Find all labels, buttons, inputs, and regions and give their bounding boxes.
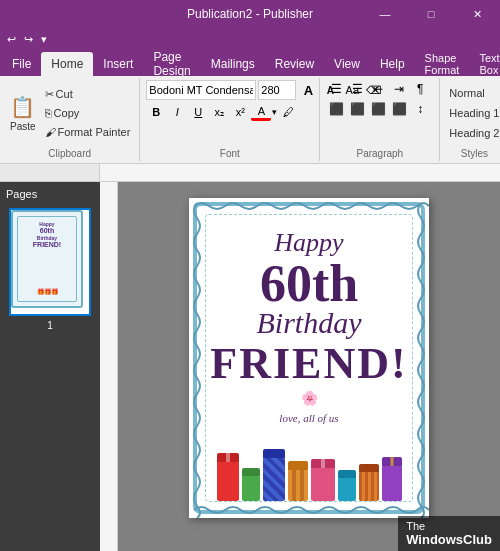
decrease-indent-button[interactable]: ⇤ bbox=[368, 80, 388, 98]
underline-button[interactable]: U bbox=[188, 103, 208, 121]
font-name-input[interactable] bbox=[146, 80, 256, 100]
pilcrow-button[interactable]: ¶ bbox=[410, 80, 430, 98]
paragraph-content: ☰ ☰ ⇤ ⇥ ¶ ⬛ ⬛ ⬛ ⬛ ↕ bbox=[326, 80, 433, 146]
superscript-button[interactable]: x² bbox=[230, 103, 250, 121]
card-friend-text: FRIEND! bbox=[210, 342, 407, 386]
tab-view[interactable]: View bbox=[324, 52, 370, 76]
gift-2 bbox=[242, 475, 260, 501]
close-button[interactable]: ✕ bbox=[454, 0, 500, 28]
list-buttons-row: ☰ ☰ ⇤ ⇥ ¶ bbox=[326, 80, 430, 98]
paste-button[interactable]: 📋 Paste bbox=[6, 85, 40, 141]
app-title: Publication2 - Publisher bbox=[187, 7, 313, 21]
gift-7 bbox=[359, 471, 379, 501]
tab-file[interactable]: File bbox=[2, 52, 41, 76]
font-grow-button[interactable]: A bbox=[298, 81, 318, 99]
gift-6-lid bbox=[338, 470, 356, 478]
copy-label: Copy bbox=[54, 107, 80, 119]
align-center-button[interactable]: ⬛ bbox=[347, 100, 367, 118]
style-heading2[interactable]: Heading 2 bbox=[446, 124, 500, 142]
gift-6 bbox=[338, 477, 356, 501]
canvas-area[interactable]: Happy 60th Birthday FRIEND! 🌸 love, all … bbox=[118, 182, 500, 551]
tab-insert[interactable]: Insert bbox=[93, 52, 143, 76]
font-color-button[interactable]: A bbox=[251, 103, 271, 121]
watermark-line1: The bbox=[406, 520, 492, 532]
copy-icon: ⎘ bbox=[45, 107, 52, 119]
thumb-inner: Happy 60th Birthday FRIEND! 🎁🎁🎁 bbox=[17, 216, 77, 302]
numbering-button[interactable]: ☰ bbox=[347, 80, 367, 98]
paragraph-group: ☰ ☰ ⇤ ⇥ ¶ ⬛ ⬛ ⬛ ⬛ ↕ Paragraph bbox=[320, 78, 440, 161]
gift-7-lid bbox=[359, 464, 379, 472]
pages-panel: Pages Happy 60th Birthday FRIEND! 🎁🎁🎁 1 bbox=[0, 182, 100, 551]
tab-home[interactable]: Home bbox=[41, 52, 93, 76]
card-love-text: love, all of us bbox=[279, 412, 338, 424]
align-right-button[interactable]: ⬛ bbox=[368, 100, 388, 118]
undo-button[interactable]: ↩ bbox=[4, 30, 19, 48]
copy-button[interactable]: ⎘ Copy bbox=[42, 104, 134, 122]
tab-mailings[interactable]: Mailings bbox=[201, 52, 265, 76]
italic-button[interactable]: I bbox=[167, 103, 187, 121]
styles-list: Normal Heading 1 Heading 2 bbox=[446, 84, 500, 142]
tab-page-design[interactable]: Page Design bbox=[143, 52, 200, 76]
ruler-corner bbox=[0, 164, 100, 182]
style-heading1[interactable]: Heading 1 bbox=[446, 104, 500, 122]
gift-8-ribbon bbox=[390, 457, 393, 466]
horizontal-ruler bbox=[100, 164, 500, 182]
page-thumbnail-1[interactable]: Happy 60th Birthday FRIEND! 🎁🎁🎁 bbox=[9, 208, 91, 316]
main-area: Pages Happy 60th Birthday FRIEND! 🎁🎁🎁 1 bbox=[0, 182, 500, 551]
watermark: The WindowsClub bbox=[398, 516, 500, 551]
card-page: Happy 60th Birthday FRIEND! 🌸 love, all … bbox=[189, 198, 429, 518]
align-buttons-row: ⬛ ⬛ ⬛ ⬛ ↕ bbox=[326, 100, 430, 118]
tab-text-box[interactable]: Text Box bbox=[469, 52, 500, 76]
increase-indent-button[interactable]: ⇥ bbox=[389, 80, 409, 98]
format-buttons-row: B I U x₂ x² A ▾ 🖊 bbox=[146, 103, 298, 121]
card-text-area: Happy 60th Birthday FRIEND! 🌸 love, all … bbox=[206, 215, 412, 437]
thumb-card: Happy 60th Birthday FRIEND! 🎁🎁🎁 bbox=[11, 210, 83, 308]
clipboard-content: 📋 Paste ✂ Cut ⎘ Copy 🖌 Format Painter bbox=[6, 80, 133, 146]
align-left-button[interactable]: ⬛ bbox=[326, 100, 346, 118]
highlight-button[interactable]: 🖊 bbox=[278, 103, 298, 121]
card-birthday-text: Birthday bbox=[257, 306, 362, 340]
qa-more-button[interactable]: ▾ bbox=[38, 30, 50, 48]
justify-button[interactable]: ⬛ bbox=[389, 100, 409, 118]
format-painter-button[interactable]: 🖌 Format Painter bbox=[42, 123, 134, 141]
card-60th-text: 60th bbox=[260, 258, 358, 310]
tab-review[interactable]: Review bbox=[265, 52, 324, 76]
line-spacing-button[interactable]: ↕ bbox=[410, 100, 430, 118]
styles-content: Normal Heading 1 Heading 2 bbox=[446, 80, 500, 146]
thumb-gifts-row: 🎁🎁🎁 bbox=[37, 288, 58, 295]
gift-5-ribbon bbox=[321, 459, 325, 468]
styles-label: Styles bbox=[446, 146, 500, 159]
gift-3 bbox=[263, 457, 285, 501]
ruler-row bbox=[0, 164, 500, 182]
gift-1-ribbon bbox=[226, 453, 230, 462]
ribbon: 📋 Paste ✂ Cut ⎘ Copy 🖌 Format Painter Cl… bbox=[0, 76, 500, 164]
paragraph-label: Paragraph bbox=[326, 146, 433, 159]
bold-button[interactable]: B bbox=[146, 103, 166, 121]
style-normal[interactable]: Normal bbox=[446, 84, 500, 102]
bullets-button[interactable]: ☰ bbox=[326, 80, 346, 98]
cut-button[interactable]: ✂ Cut bbox=[42, 85, 134, 103]
format-painter-label: Format Painter bbox=[58, 126, 131, 138]
ribbon-tabs: File Home Insert Page Design Mailings Re… bbox=[0, 50, 500, 76]
gifts-row bbox=[213, 441, 406, 501]
card-gifts-area bbox=[206, 437, 412, 501]
vertical-ruler bbox=[100, 182, 118, 551]
font-color-dropdown[interactable]: ▾ bbox=[272, 107, 277, 117]
page-number: 1 bbox=[4, 320, 96, 331]
clipboard-label: Clipboard bbox=[6, 146, 133, 159]
redo-button[interactable]: ↪ bbox=[21, 30, 36, 48]
thumb-text-area: Happy 60th Birthday FRIEND! bbox=[33, 221, 61, 250]
font-size-input[interactable] bbox=[258, 80, 296, 100]
tab-help[interactable]: Help bbox=[370, 52, 415, 76]
minimize-button[interactable]: — bbox=[362, 0, 408, 28]
tab-shape-format[interactable]: Shape Format bbox=[415, 52, 470, 76]
pages-label: Pages bbox=[4, 186, 96, 202]
subscript-button[interactable]: x₂ bbox=[209, 103, 229, 121]
gift-5 bbox=[311, 467, 335, 501]
thumb-friend: FRIEND! bbox=[33, 241, 61, 249]
maximize-button[interactable]: □ bbox=[408, 0, 454, 28]
card-happy-text: Happy bbox=[274, 228, 343, 258]
gift-1 bbox=[217, 461, 239, 501]
cut-icon: ✂ bbox=[45, 88, 54, 101]
window-controls: — □ ✕ bbox=[362, 0, 500, 28]
